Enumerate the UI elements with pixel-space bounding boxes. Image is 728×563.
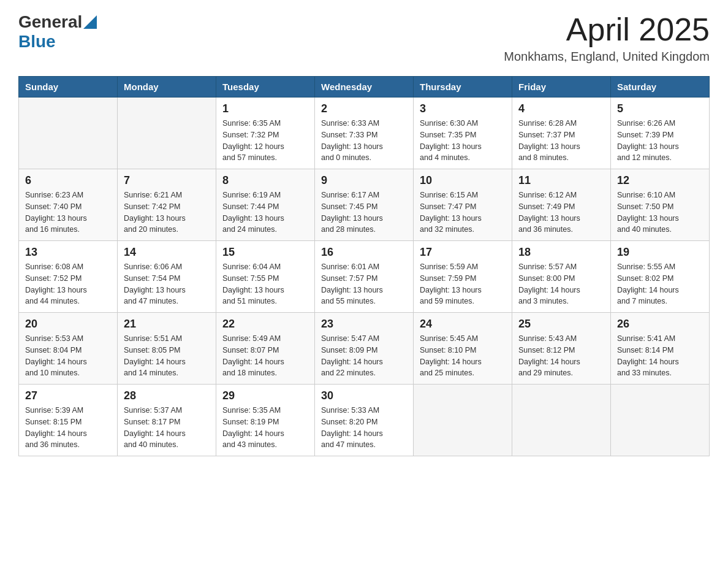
day-number: 6 [25, 174, 111, 187]
calendar-cell: 28Sunrise: 5:37 AM Sunset: 8:17 PM Dayli… [118, 385, 216, 456]
day-number: 20 [25, 318, 111, 331]
day-info: Sunrise: 6:23 AM Sunset: 7:40 PM Dayligh… [25, 190, 111, 236]
header-row: SundayMondayTuesdayWednesdayThursdayFrid… [19, 77, 710, 98]
day-number: 14 [124, 246, 210, 259]
day-info: Sunrise: 5:59 AM Sunset: 7:59 PM Dayligh… [420, 261, 506, 307]
day-number: 7 [124, 174, 210, 187]
logo-general: General [18, 12, 82, 32]
week-row-4: 20Sunrise: 5:53 AM Sunset: 8:04 PM Dayli… [19, 313, 710, 385]
day-info: Sunrise: 5:41 AM Sunset: 8:14 PM Dayligh… [617, 333, 703, 379]
col-header-tuesday: Tuesday [216, 77, 315, 98]
day-info: Sunrise: 5:51 AM Sunset: 8:05 PM Dayligh… [124, 333, 210, 379]
calendar-cell [611, 385, 710, 456]
day-number: 29 [222, 389, 308, 402]
day-number: 8 [222, 174, 308, 187]
day-info: Sunrise: 6:17 AM Sunset: 7:45 PM Dayligh… [321, 190, 407, 236]
day-number: 26 [617, 318, 703, 331]
day-info: Sunrise: 5:55 AM Sunset: 8:02 PM Dayligh… [617, 261, 703, 307]
week-row-1: 1Sunrise: 6:35 AM Sunset: 7:32 PM Daylig… [19, 98, 710, 169]
calendar-cell: 27Sunrise: 5:39 AM Sunset: 8:15 PM Dayli… [19, 385, 118, 456]
calendar-cell: 24Sunrise: 5:45 AM Sunset: 8:10 PM Dayli… [414, 313, 512, 385]
day-info: Sunrise: 5:39 AM Sunset: 8:15 PM Dayligh… [25, 405, 111, 451]
calendar-cell [512, 385, 611, 456]
day-info: Sunrise: 6:33 AM Sunset: 7:33 PM Dayligh… [321, 118, 407, 164]
page-header: General Blue April 2025 Monkhams, Englan… [18, 12, 710, 64]
calendar-cell: 25Sunrise: 5:43 AM Sunset: 8:12 PM Dayli… [512, 313, 611, 385]
day-info: Sunrise: 6:06 AM Sunset: 7:54 PM Dayligh… [124, 261, 210, 307]
calendar-cell: 1Sunrise: 6:35 AM Sunset: 7:32 PM Daylig… [216, 98, 315, 169]
day-info: Sunrise: 6:21 AM Sunset: 7:42 PM Dayligh… [124, 190, 210, 236]
week-row-5: 27Sunrise: 5:39 AM Sunset: 8:15 PM Dayli… [19, 385, 710, 456]
calendar-cell: 30Sunrise: 5:33 AM Sunset: 8:20 PM Dayli… [315, 385, 414, 456]
day-info: Sunrise: 5:47 AM Sunset: 8:09 PM Dayligh… [321, 333, 407, 379]
calendar-cell: 17Sunrise: 5:59 AM Sunset: 7:59 PM Dayli… [414, 241, 512, 313]
calendar-cell: 29Sunrise: 5:35 AM Sunset: 8:19 PM Dayli… [216, 385, 315, 456]
calendar-cell: 5Sunrise: 6:26 AM Sunset: 7:39 PM Daylig… [611, 98, 710, 169]
day-info: Sunrise: 5:45 AM Sunset: 8:10 PM Dayligh… [420, 333, 506, 379]
day-number: 27 [25, 389, 111, 402]
day-info: Sunrise: 6:30 AM Sunset: 7:35 PM Dayligh… [420, 118, 506, 164]
day-number: 11 [518, 174, 604, 187]
day-number: 18 [518, 246, 604, 259]
day-number: 1 [222, 102, 308, 115]
month-title: April 2025 [504, 12, 710, 47]
calendar-cell [414, 385, 512, 456]
logo-blue: Blue [18, 32, 56, 51]
calendar-cell: 16Sunrise: 6:01 AM Sunset: 7:57 PM Dayli… [315, 241, 414, 313]
day-info: Sunrise: 6:15 AM Sunset: 7:47 PM Dayligh… [420, 190, 506, 236]
calendar-cell: 18Sunrise: 5:57 AM Sunset: 8:00 PM Dayli… [512, 241, 611, 313]
calendar-cell [118, 98, 216, 169]
col-header-sunday: Sunday [19, 77, 118, 98]
day-number: 10 [420, 174, 506, 187]
logo: General Blue [18, 12, 97, 52]
calendar-cell: 6Sunrise: 6:23 AM Sunset: 7:40 PM Daylig… [19, 169, 118, 241]
day-number: 4 [518, 102, 604, 115]
calendar-cell: 13Sunrise: 6:08 AM Sunset: 7:52 PM Dayli… [19, 241, 118, 313]
day-info: Sunrise: 6:28 AM Sunset: 7:37 PM Dayligh… [518, 118, 604, 164]
day-info: Sunrise: 5:37 AM Sunset: 8:17 PM Dayligh… [124, 405, 210, 451]
calendar-cell: 4Sunrise: 6:28 AM Sunset: 7:37 PM Daylig… [512, 98, 611, 169]
calendar-cell: 7Sunrise: 6:21 AM Sunset: 7:42 PM Daylig… [118, 169, 216, 241]
col-header-saturday: Saturday [611, 77, 710, 98]
calendar-cell: 14Sunrise: 6:06 AM Sunset: 7:54 PM Dayli… [118, 241, 216, 313]
calendar-cell: 10Sunrise: 6:15 AM Sunset: 7:47 PM Dayli… [414, 169, 512, 241]
day-number: 2 [321, 102, 407, 115]
calendar-cell [19, 98, 118, 169]
day-info: Sunrise: 6:19 AM Sunset: 7:44 PM Dayligh… [222, 190, 308, 236]
day-info: Sunrise: 6:04 AM Sunset: 7:55 PM Dayligh… [222, 261, 308, 307]
day-info: Sunrise: 6:08 AM Sunset: 7:52 PM Dayligh… [25, 261, 111, 307]
calendar-cell: 21Sunrise: 5:51 AM Sunset: 8:05 PM Dayli… [118, 313, 216, 385]
day-number: 22 [222, 318, 308, 331]
day-info: Sunrise: 6:10 AM Sunset: 7:50 PM Dayligh… [617, 190, 703, 236]
day-info: Sunrise: 5:35 AM Sunset: 8:19 PM Dayligh… [222, 405, 308, 451]
day-info: Sunrise: 5:53 AM Sunset: 8:04 PM Dayligh… [25, 333, 111, 379]
calendar-table: SundayMondayTuesdayWednesdayThursdayFrid… [18, 76, 710, 456]
col-header-wednesday: Wednesday [315, 77, 414, 98]
day-number: 19 [617, 246, 703, 259]
day-info: Sunrise: 5:57 AM Sunset: 8:00 PM Dayligh… [518, 261, 604, 307]
day-number: 9 [321, 174, 407, 187]
calendar-cell: 22Sunrise: 5:49 AM Sunset: 8:07 PM Dayli… [216, 313, 315, 385]
calendar-cell: 9Sunrise: 6:17 AM Sunset: 7:45 PM Daylig… [315, 169, 414, 241]
svg-marker-0 [83, 15, 97, 29]
day-number: 3 [420, 102, 506, 115]
day-number: 5 [617, 102, 703, 115]
calendar-cell: 23Sunrise: 5:47 AM Sunset: 8:09 PM Dayli… [315, 313, 414, 385]
day-number: 21 [124, 318, 210, 331]
day-number: 17 [420, 246, 506, 259]
calendar-cell: 26Sunrise: 5:41 AM Sunset: 8:14 PM Dayli… [611, 313, 710, 385]
day-number: 30 [321, 389, 407, 402]
logo-triangle-icon [83, 15, 97, 29]
day-number: 13 [25, 246, 111, 259]
location: Monkhams, England, United Kingdom [504, 50, 710, 64]
day-info: Sunrise: 6:26 AM Sunset: 7:39 PM Dayligh… [617, 118, 703, 164]
day-number: 25 [518, 318, 604, 331]
day-number: 12 [617, 174, 703, 187]
day-number: 16 [321, 246, 407, 259]
day-info: Sunrise: 5:49 AM Sunset: 8:07 PM Dayligh… [222, 333, 308, 379]
title-block: April 2025 Monkhams, England, United Kin… [504, 12, 710, 64]
col-header-thursday: Thursday [414, 77, 512, 98]
day-number: 23 [321, 318, 407, 331]
calendar-cell: 12Sunrise: 6:10 AM Sunset: 7:50 PM Dayli… [611, 169, 710, 241]
calendar-cell: 3Sunrise: 6:30 AM Sunset: 7:35 PM Daylig… [414, 98, 512, 169]
